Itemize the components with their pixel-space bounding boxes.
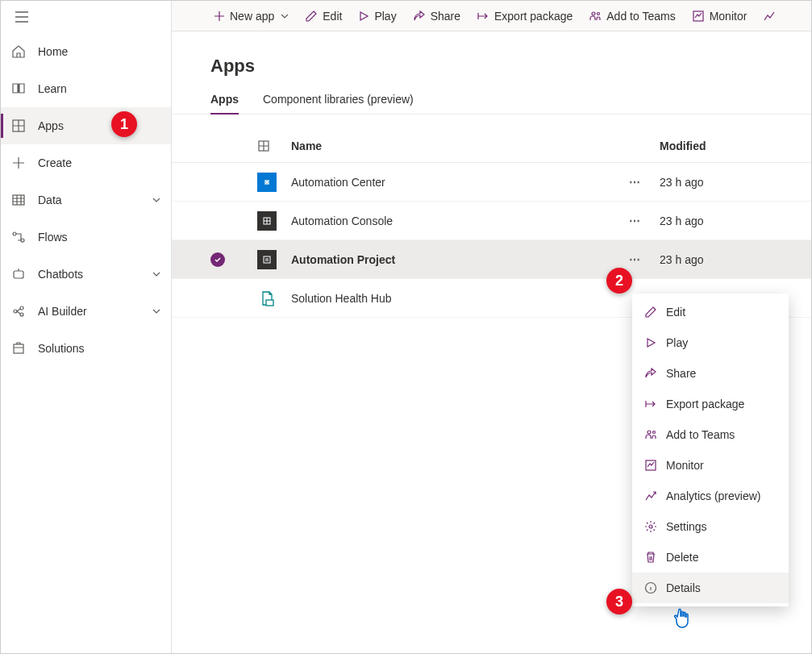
hamburger-row bbox=[1, 1, 171, 33]
sidebar-item-flows[interactable]: Flows bbox=[1, 219, 171, 256]
svg-point-2 bbox=[13, 232, 16, 235]
menu-settings[interactable]: Settings bbox=[632, 511, 789, 542]
menu-label: Analytics (preview) bbox=[666, 489, 760, 502]
tab-components[interactable]: Component libraries (preview) bbox=[263, 93, 414, 114]
app-type-icon bbox=[257, 250, 291, 269]
app-name: Solution Health Hub bbox=[291, 292, 611, 305]
sidebar-label: Create bbox=[38, 156, 72, 169]
toolbar-label: Play bbox=[374, 10, 396, 23]
more-icon: ⋯ bbox=[629, 176, 642, 189]
analytics-icon bbox=[643, 489, 658, 503]
hamburger-button[interactable] bbox=[10, 6, 33, 28]
new-app-button[interactable]: New app bbox=[206, 1, 297, 31]
menu-analytics[interactable]: Analytics (preview) bbox=[632, 481, 789, 511]
col-modified-header[interactable]: Modified bbox=[660, 140, 772, 152]
chevron-down-icon bbox=[152, 269, 161, 279]
menu-teams[interactable]: Add to Teams bbox=[632, 419, 789, 450]
menu-play[interactable]: Play bbox=[632, 327, 789, 358]
menu-details[interactable]: Details bbox=[632, 573, 789, 603]
monitor-icon bbox=[692, 10, 705, 23]
app-name: Automation Center bbox=[291, 176, 611, 189]
pencil-icon bbox=[643, 305, 658, 319]
menu-label: Settings bbox=[666, 520, 707, 533]
col-name-header[interactable]: Name bbox=[291, 140, 611, 152]
info-icon bbox=[643, 581, 658, 595]
menu-label: Monitor bbox=[666, 459, 704, 472]
analytics-button-cut[interactable] bbox=[755, 1, 784, 31]
row-more-button[interactable]: ⋯ bbox=[611, 176, 660, 189]
toolbar-label: Export package bbox=[494, 10, 573, 23]
sidebar-label: Data bbox=[38, 194, 62, 206]
toolbar-label: New app bbox=[230, 10, 274, 23]
svg-point-17 bbox=[653, 431, 656, 434]
more-icon: ⋯ bbox=[629, 215, 642, 227]
home-icon bbox=[10, 44, 27, 60]
export-icon bbox=[477, 10, 489, 23]
export-icon bbox=[643, 397, 658, 411]
page-title: Apps bbox=[172, 56, 811, 93]
menu-label: Export package bbox=[666, 398, 744, 410]
sidebar-item-learn[interactable]: Learn bbox=[1, 70, 171, 107]
menu-label: Add to Teams bbox=[666, 428, 735, 441]
monitor-button[interactable]: Monitor bbox=[684, 1, 756, 31]
menu-share[interactable]: Share bbox=[632, 358, 789, 389]
solutions-icon bbox=[10, 340, 27, 356]
sidebar-label: Chatbots bbox=[38, 268, 83, 281]
hamburger-icon bbox=[15, 11, 28, 23]
more-icon: ⋯ bbox=[629, 253, 642, 266]
sidebar-item-home[interactable]: Home bbox=[1, 33, 171, 70]
share-button[interactable]: Share bbox=[405, 1, 468, 31]
apps-table: Name Modified Automation Center ⋯ 23 h a… bbox=[172, 129, 811, 318]
plus-icon bbox=[10, 155, 27, 171]
callout-2: 2 bbox=[606, 268, 632, 294]
sidebar-item-solutions[interactable]: Solutions bbox=[1, 330, 171, 367]
svg-rect-1 bbox=[13, 195, 24, 205]
sidebar-item-apps[interactable]: Apps bbox=[1, 107, 171, 144]
table-header: Name Modified bbox=[172, 129, 811, 163]
export-button[interactable]: Export package bbox=[468, 1, 581, 31]
menu-export[interactable]: Export package bbox=[632, 389, 789, 419]
menu-label: Delete bbox=[666, 551, 698, 564]
sidebar-label: AI Builder bbox=[38, 305, 87, 318]
sidebar-item-data[interactable]: Data bbox=[1, 181, 171, 219]
row-more-button[interactable]: ⋯ bbox=[611, 215, 660, 227]
sidebar-label: Solutions bbox=[38, 342, 85, 355]
plus-icon bbox=[214, 10, 225, 22]
sidebar-item-chatbots[interactable]: Chatbots bbox=[1, 256, 171, 293]
toolbar: New app Edit Play Share Export package bbox=[172, 1, 811, 31]
sidebar: Home Learn Apps Create Data Flows Chatbo… bbox=[1, 1, 172, 653]
menu-monitor[interactable]: Monitor bbox=[632, 450, 789, 481]
sidebar-label: Apps bbox=[38, 119, 64, 132]
svg-point-9 bbox=[592, 12, 595, 15]
svg-point-19 bbox=[649, 525, 652, 528]
teams-icon bbox=[589, 10, 602, 23]
app-name: Automation Console bbox=[291, 215, 611, 227]
play-button[interactable]: Play bbox=[350, 1, 404, 31]
teams-button[interactable]: Add to Teams bbox=[581, 1, 683, 31]
sidebar-item-ai-builder[interactable]: AI Builder bbox=[1, 293, 171, 330]
table-row[interactable]: Automation Project ⋯ 23 h ago bbox=[172, 240, 811, 279]
row-check[interactable] bbox=[210, 252, 257, 267]
chevron-down-icon bbox=[152, 195, 161, 205]
trash-icon bbox=[643, 550, 658, 564]
book-icon bbox=[10, 81, 27, 97]
row-more-button[interactable]: ⋯ bbox=[611, 253, 660, 266]
edit-button[interactable]: Edit bbox=[297, 1, 350, 31]
app-type-icon bbox=[257, 211, 291, 231]
menu-label: Play bbox=[666, 336, 688, 349]
sidebar-label: Flows bbox=[38, 231, 68, 244]
svg-point-5 bbox=[14, 310, 17, 313]
svg-rect-18 bbox=[646, 460, 656, 470]
chevron-down-icon bbox=[281, 12, 289, 20]
app-modified: 23 h ago bbox=[660, 176, 772, 189]
menu-delete[interactable]: Delete bbox=[632, 542, 789, 573]
table-row[interactable]: Automation Console ⋯ 23 h ago bbox=[172, 202, 811, 240]
sidebar-item-create[interactable]: Create bbox=[1, 144, 171, 181]
cursor-pointer-icon bbox=[673, 608, 690, 629]
table-row[interactable]: Automation Center ⋯ 23 h ago bbox=[172, 163, 811, 202]
pencil-icon bbox=[305, 10, 318, 23]
tab-apps[interactable]: Apps bbox=[210, 93, 239, 114]
app-name: Automation Project bbox=[291, 253, 611, 266]
svg-point-6 bbox=[20, 306, 23, 310]
menu-edit[interactable]: Edit bbox=[632, 297, 789, 327]
